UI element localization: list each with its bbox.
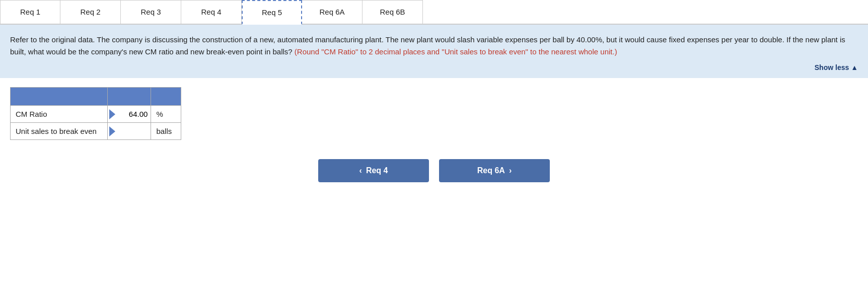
table-row: Unit sales to break even balls <box>11 123 181 140</box>
nav-buttons: ‹ Req 4 Req 6A › <box>0 149 868 192</box>
triangle-indicator-units <box>109 126 115 136</box>
table-area: CM Ratio % Unit sales to break even <box>0 78 868 149</box>
cm-ratio-input-cell[interactable] <box>107 106 151 123</box>
prev-icon: ‹ <box>359 166 362 175</box>
tabs-row: Req 1 Req 2 Req 3 Req 4 Req 5 Req 6A Req… <box>0 0 868 25</box>
tab-req6a[interactable]: Req 6A <box>302 0 363 24</box>
prev-button[interactable]: ‹ Req 4 <box>318 159 429 182</box>
next-button[interactable]: Req 6A › <box>439 159 550 182</box>
question-round-note: (Round "CM Ratio" to 2 decimal places an… <box>295 47 617 56</box>
row-label-unit-sales: Unit sales to break even <box>11 123 108 140</box>
tab-req3[interactable]: Req 3 <box>121 0 181 24</box>
tab-req6b[interactable]: Req 6B <box>363 0 423 24</box>
unit-sales-unit: balls <box>151 123 181 140</box>
tab-req1[interactable]: Req 1 <box>0 0 60 24</box>
cm-ratio-input[interactable] <box>115 106 151 122</box>
table-row: CM Ratio % <box>11 106 181 123</box>
next-icon: › <box>509 166 512 175</box>
unit-sales-input[interactable] <box>115 123 151 139</box>
show-less-button[interactable]: Show less ▲ <box>10 62 858 73</box>
data-table: CM Ratio % Unit sales to break even <box>10 87 181 140</box>
tab-req5[interactable]: Req 5 <box>242 0 302 25</box>
unit-sales-input-cell[interactable] <box>107 123 151 140</box>
col-header-label <box>11 88 108 106</box>
cm-ratio-unit: % <box>151 106 181 123</box>
tab-req2[interactable]: Req 2 <box>60 0 121 24</box>
question-area: Refer to the original data. The company … <box>0 25 868 78</box>
prev-label: Req 4 <box>366 166 388 175</box>
tab-req4[interactable]: Req 4 <box>181 0 242 24</box>
triangle-indicator-cm <box>109 109 115 119</box>
col-header-unit <box>151 88 181 106</box>
next-label: Req 6A <box>477 166 505 175</box>
row-label-cm-ratio: CM Ratio <box>11 106 108 123</box>
col-header-value <box>107 88 151 106</box>
